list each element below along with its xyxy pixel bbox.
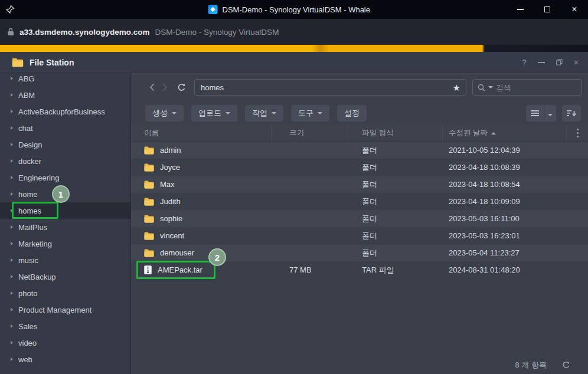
sidebar-item-abm[interactable]: ABM	[0, 87, 130, 103]
address-bar[interactable]: a33.dsmdemo.synologydemo.com DSM-Demo - …	[0, 19, 588, 45]
browser-maximize-button[interactable]	[534, 0, 561, 19]
sidebar-item-photo[interactable]: photo	[0, 285, 130, 301]
file-station-titlebar[interactable]: File Station ? ×	[0, 52, 588, 73]
back-button[interactable]	[145, 83, 158, 91]
chevron-down-icon	[172, 112, 177, 114]
list-view-icon[interactable]	[526, 105, 544, 122]
file-name: Max	[160, 180, 175, 189]
column-header-name[interactable]: 이름	[131, 125, 272, 141]
file-row-demouser[interactable]: demouser 폴더 2023-05-04 11:23:27	[131, 244, 588, 261]
lock-icon	[7, 28, 14, 36]
browser-minimize-button[interactable]	[507, 0, 534, 19]
expand-caret-icon[interactable]	[11, 77, 13, 80]
column-options-button[interactable]	[567, 125, 588, 141]
expand-caret-icon[interactable]	[11, 357, 13, 361]
expand-caret-icon[interactable]	[11, 258, 13, 262]
expand-caret-icon[interactable]	[11, 110, 13, 113]
column-header-type[interactable]: 파일 형식	[348, 125, 443, 141]
column-header-size[interactable]: 크기	[272, 125, 348, 141]
expand-caret-icon[interactable]	[11, 143, 13, 146]
expand-caret-icon[interactable]	[11, 308, 13, 311]
search-input[interactable]	[496, 83, 577, 92]
forward-button[interactable]	[158, 83, 171, 91]
sidebar-item-netbackup[interactable]: NetBackup	[0, 268, 130, 285]
column-header-modified[interactable]: 수정된 날짜	[443, 125, 567, 141]
view-mode-button[interactable]	[526, 105, 556, 122]
pin-icon[interactable]	[5, 5, 15, 14]
create-button[interactable]: 생성	[145, 105, 184, 122]
refresh-button[interactable]	[177, 83, 186, 92]
expand-caret-icon[interactable]	[11, 242, 13, 245]
expand-caret-icon[interactable]	[11, 192, 13, 196]
file-row-sophie[interactable]: sophie 폴더 2023-05-03 16:11:00	[131, 210, 588, 227]
toolbar: 생성 업로드 작업 도구 설정	[131, 101, 588, 125]
window-close-button[interactable]: ×	[574, 58, 579, 67]
desktop-wallpaper-strip	[0, 45, 588, 52]
upload-button[interactable]: 업로드	[191, 105, 237, 122]
modified-cell: 2023-04-18 10:08:39	[443, 163, 567, 172]
expand-caret-icon[interactable]	[11, 225, 13, 229]
help-button[interactable]: ?	[522, 58, 527, 67]
file-row-admin[interactable]: admin 폴더 2021-10-05 12:04:39	[131, 142, 588, 159]
action-button[interactable]: 작업	[245, 105, 283, 122]
chevron-down-icon	[226, 112, 230, 114]
expand-caret-icon[interactable]	[11, 291, 13, 295]
refresh-list-button[interactable]	[562, 361, 570, 369]
browser-close-button[interactable]: ×	[561, 0, 588, 19]
sidebar-item-activebackupforbusiness[interactable]: ActiveBackupforBusiness	[0, 103, 130, 120]
sidebar-item-marketing[interactable]: Marketing	[0, 235, 130, 252]
sidebar-item-design[interactable]: Design	[0, 136, 130, 153]
search-box[interactable]	[472, 79, 582, 96]
sidebar-item-abg[interactable]: ABG	[0, 73, 130, 87]
window-minimize-button[interactable]	[538, 62, 545, 63]
expand-caret-icon[interactable]	[11, 275, 13, 278]
expand-caret-icon[interactable]	[11, 324, 13, 328]
sidebar-item-video[interactable]: video	[0, 334, 130, 351]
file-row-joyce[interactable]: Joyce 폴더 2023-04-18 10:08:39	[131, 159, 588, 176]
sidebar-item-web[interactable]: web	[0, 351, 130, 368]
expand-caret-icon[interactable]	[11, 341, 13, 345]
file-row-vincent[interactable]: vincent 폴더 2023-05-03 16:23:01	[131, 227, 588, 244]
sidebar-item-engineering[interactable]: Engineering	[0, 169, 130, 186]
search-options-caret-icon[interactable]	[488, 86, 493, 88]
path-field[interactable]: ★	[194, 79, 466, 96]
name-cell: AMEPack.tar	[131, 265, 272, 274]
sidebar-item-label: docker	[18, 157, 41, 166]
window-restore-button[interactable]	[556, 59, 563, 65]
favorite-star-icon[interactable]: ★	[453, 83, 466, 92]
sidebar-item-label: photo	[18, 289, 38, 298]
file-station-folder-icon	[12, 58, 24, 67]
tools-button[interactable]: 도구	[291, 105, 329, 122]
name-cell: Joyce	[131, 163, 272, 172]
file-browser-content: ★ 생성 업로드 작업 도구 설정	[131, 73, 588, 374]
name-cell: Max	[131, 180, 272, 189]
column-label: 이름	[144, 128, 159, 138]
expand-caret-icon[interactable]	[11, 209, 13, 212]
expand-caret-icon[interactable]	[11, 176, 13, 179]
path-input[interactable]	[195, 83, 453, 92]
file-row-amepack-tar[interactable]: AMEPack.tar 77 MB TAR 파일 2024-08-31 01:4…	[131, 261, 588, 278]
sidebar-item-docker[interactable]: docker	[0, 153, 130, 169]
sidebar-item-home[interactable]: home	[0, 186, 130, 202]
sidebar-item-product-management[interactable]: Product Management	[0, 301, 130, 318]
file-row-judith[interactable]: Judith 폴더 2023-04-18 10:09:09	[131, 193, 588, 210]
name-cell: admin	[131, 146, 272, 155]
sort-button[interactable]	[562, 105, 581, 122]
expand-caret-icon[interactable]	[11, 93, 13, 97]
expand-caret-icon[interactable]	[11, 159, 13, 163]
sidebar-item-mailplus[interactable]: MailPlus	[0, 219, 130, 235]
file-row-max[interactable]: Max 폴더 2023-04-18 10:08:54	[131, 176, 588, 193]
sidebar-item-music[interactable]: music	[0, 252, 130, 268]
sidebar-item-sales[interactable]: Sales	[0, 318, 130, 334]
size-cell: 77 MB	[272, 265, 348, 274]
vertical-dots-icon	[577, 132, 579, 134]
sidebar-item-homes[interactable]: homes	[0, 202, 130, 219]
chevron-down-icon	[318, 112, 322, 114]
file-list: admin 폴더 2021-10-05 12:04:39 Joyce 폴더 20…	[131, 142, 588, 278]
expand-caret-icon[interactable]	[11, 126, 13, 130]
settings-button[interactable]: 설정	[337, 105, 367, 122]
sidebar-item-chat[interactable]: chat	[0, 120, 130, 136]
file-station-body: ABG ABM ActiveBackupforBusiness chat Des…	[0, 73, 588, 374]
sidebar-item-label: ABG	[18, 74, 34, 83]
view-mode-caret-icon[interactable]	[544, 108, 556, 119]
